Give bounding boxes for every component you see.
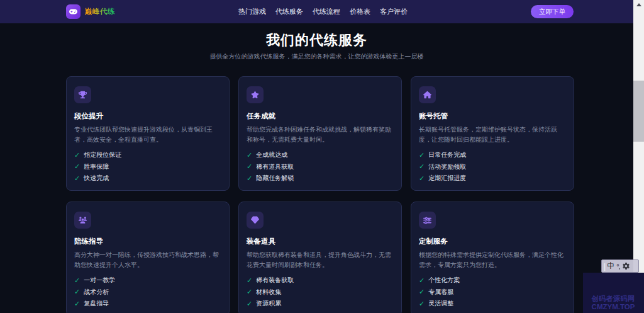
arrow-right-icon: → (447, 191, 453, 191)
card-feature-list: ✓个性化方案✓专属客服✓灵活调整 (419, 276, 566, 308)
brand-logo (66, 4, 80, 19)
feature-item: ✓复盘指导 (74, 299, 221, 308)
feature-label: 灵活调整 (428, 299, 453, 308)
feature-item: ✓隐藏任务解锁 (247, 174, 394, 183)
check-icon: ✓ (247, 276, 252, 285)
nav-link-price-list[interactable]: 价格表 (350, 7, 370, 16)
card-description: 高分大神一对一陪练，传授游戏技巧和战术思路，帮助您快速提升个人水平。 (74, 250, 221, 270)
feature-label: 一对一教学 (84, 276, 115, 285)
brand[interactable]: 巅峰代练 (66, 4, 115, 19)
card-feature-list: ✓一对一教学✓战术分析✓复盘指导 (74, 276, 221, 308)
learn-more-link[interactable]: 了解详情 → (74, 190, 108, 191)
learn-more-link[interactable]: 了解详情 → (247, 190, 280, 191)
order-now-button[interactable]: 立即下单 (531, 5, 574, 18)
brand-name: 巅峰代练 (85, 7, 115, 16)
arrow-right-icon: → (274, 191, 280, 191)
check-icon: ✓ (74, 276, 80, 285)
users-icon (79, 216, 87, 224)
card-icon-tile (419, 86, 436, 103)
feature-item: ✓个性化方案 (419, 276, 566, 285)
nav-link-hot-games[interactable]: 热门游戏 (238, 7, 266, 16)
service-card-quest-achievement: 任务成就 帮助您完成各种困难任务和成就挑战，解锁稀有奖励和称号，无需耗费大量时间… (238, 76, 402, 191)
scrollbar-thumb[interactable] (633, 81, 644, 142)
feature-item: ✓定期汇报进度 (419, 174, 566, 183)
feature-item: ✓日常任务完成 (419, 151, 566, 159)
ime-drag-handle[interactable]: | (604, 262, 606, 271)
home-icon (423, 91, 431, 99)
feature-label: 定期汇报进度 (428, 174, 466, 183)
card-feature-list: ✓日常任务完成✓活动奖励领取✓定期汇报进度 (419, 151, 566, 183)
check-icon: ✓ (247, 162, 252, 171)
card-title: 定制服务 (419, 237, 566, 246)
feature-label: 全成就达成 (256, 151, 287, 159)
nav-link-customer-reviews[interactable]: 客户评价 (380, 7, 408, 16)
card-title: 任务成就 (247, 111, 394, 121)
feature-label: 专属客服 (428, 288, 453, 297)
check-icon: ✓ (419, 276, 425, 285)
feature-label: 隐藏任务解锁 (256, 174, 294, 183)
feature-label: 材料收集 (256, 288, 281, 297)
card-feature-list: ✓稀有装备获取✓材料收集✓资源积累 (247, 276, 394, 308)
section-subtitle: 提供全方位的游戏代练服务，满足您的各种需求，让您的游戏体验更上一层楼 (0, 52, 633, 61)
scroll-up-arrow-icon (636, 3, 641, 6)
feature-item: ✓胜率保障 (74, 162, 221, 171)
card-description: 长期账号托管服务，定期维护账号状态，保持活跃度，让您随时回归都能跟上进度。 (419, 125, 566, 145)
check-icon: ✓ (247, 300, 252, 308)
feature-label: 稀有道具获取 (256, 162, 294, 171)
feature-item: ✓专属客服 (419, 288, 566, 297)
card-icon-tile (419, 212, 436, 229)
gear-icon[interactable] (623, 263, 630, 270)
card-description: 帮助您获取稀有装备和道具，提升角色战斗力，无需花费大量时间刷副本和任务。 (247, 250, 394, 270)
sliders-icon (423, 216, 431, 224)
ime-language-toggle[interactable]: 中 (607, 261, 614, 271)
learn-more-link[interactable]: 了解详情 → (419, 190, 453, 191)
feature-label: 复盘指导 (84, 299, 109, 308)
trophy-icon (79, 91, 87, 99)
check-icon: ✓ (74, 288, 80, 296)
navbar: 巅峰代练 热门游戏代练服务代练流程价格表客户评价 立即下单 (0, 0, 644, 23)
service-card-account-care: 账号托管 长期账号托管服务，定期维护账号状态，保持活跃度，让您随时回归都能跟上进… (411, 76, 574, 191)
scrollbar[interactable] (633, 0, 644, 273)
ime-punctuation-toggle[interactable]: °, (616, 263, 619, 270)
feature-item: ✓指定段位保证 (74, 151, 221, 159)
card-feature-list: ✓全成就达成✓稀有道具获取✓隐藏任务解锁 (247, 151, 394, 183)
watermark-line1: 创码者源码网 (587, 295, 640, 303)
check-icon: ✓ (419, 288, 425, 296)
watermark-line2: CMZYM.TOP (587, 303, 640, 311)
service-card-rank-boost: 段位提升 专业代练团队帮您快速提升游戏段位，从青铜到王者，高效安全，全程直播可查… (66, 76, 230, 191)
nav-link-boost-services[interactable]: 代练服务 (275, 7, 303, 16)
nav-links: 热门游戏代练服务代练流程价格表客户评价 (115, 7, 531, 16)
feature-label: 资源积累 (256, 299, 281, 308)
feature-item: ✓快速完成 (74, 174, 221, 183)
check-icon: ✓ (419, 174, 425, 183)
card-title: 装备道具 (247, 237, 394, 246)
card-title: 段位提升 (74, 111, 221, 121)
check-icon: ✓ (419, 151, 425, 159)
section-title: 我们的代练服务 (0, 31, 633, 50)
service-card-custom-service: 定制服务 根据您的特殊需求提供定制化代练服务，满足个性化需求，专属方案只为您打造… (411, 202, 574, 313)
feature-label: 快速完成 (84, 174, 109, 183)
card-title: 账号托管 (419, 111, 566, 121)
gem-icon (251, 216, 259, 224)
feature-label: 稀有装备获取 (256, 276, 294, 285)
nav-link-boost-process[interactable]: 代练流程 (313, 7, 340, 16)
service-card-coaching: 陪练指导 高分大神一对一陪练，传授游戏技巧和战术思路，帮助您快速提升个人水平。 … (66, 202, 230, 313)
scroll-up-button[interactable] (633, 0, 644, 9)
check-icon: ✓ (247, 151, 252, 159)
feature-item: ✓一对一教学 (74, 276, 221, 285)
watermark: 创码者源码网 CMZYM.TOP (587, 295, 640, 311)
check-icon: ✓ (419, 300, 425, 308)
card-description: 专业代练团队帮您快速提升游戏段位，从青铜到王者，高效安全，全程直播可查。 (74, 125, 221, 145)
feature-label: 活动奖励领取 (428, 162, 466, 171)
card-feature-list: ✓指定段位保证✓胜率保障✓快速完成 (74, 151, 221, 183)
check-icon: ✓ (74, 300, 80, 308)
check-icon: ✓ (74, 151, 80, 159)
feature-item: ✓灵活调整 (419, 299, 566, 308)
services-grid: 段位提升 专业代练团队帮您快速提升游戏段位，从青铜到王者，高效安全，全程直播可查… (66, 76, 574, 313)
feature-label: 胜率保障 (84, 162, 109, 171)
ime-toolbar[interactable]: | 中 °, (601, 259, 639, 273)
feature-label: 战术分析 (84, 288, 109, 297)
feature-item: ✓资源积累 (247, 299, 394, 308)
card-description: 帮助您完成各种困难任务和成就挑战，解锁稀有奖励和称号，无需耗费大量时间。 (247, 125, 394, 145)
feature-label: 指定段位保证 (84, 151, 121, 159)
